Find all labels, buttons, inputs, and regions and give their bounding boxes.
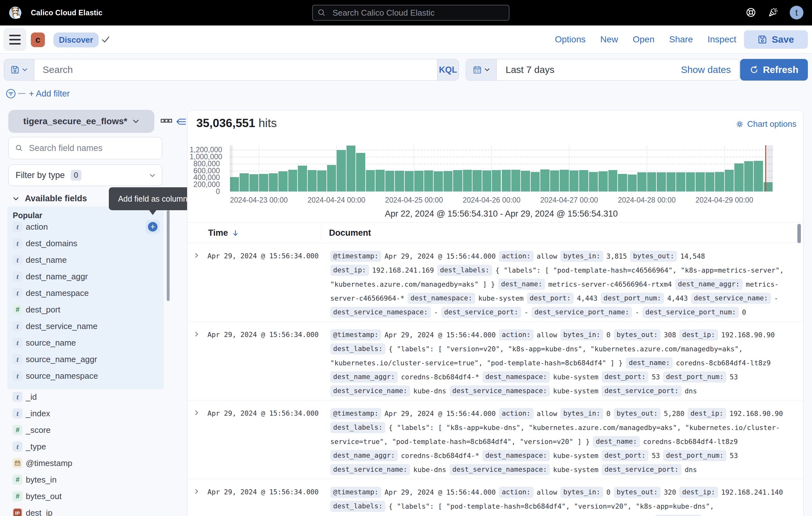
avatar[interactable]: t	[790, 6, 804, 20]
histogram-bar[interactable]	[347, 145, 355, 191]
available-fields-header[interactable]: Available fields	[13, 194, 87, 203]
field-item-dest_namespace[interactable]: tdest_namespace	[0, 285, 164, 301]
expand-row-icon[interactable]	[194, 331, 200, 337]
histogram-bar[interactable]	[647, 172, 656, 191]
histogram-bar[interactable]	[715, 172, 724, 191]
document-column-header[interactable]: Document	[329, 223, 371, 243]
histogram-bar[interactable]	[414, 171, 423, 191]
histogram-bar[interactable]	[308, 170, 317, 191]
histogram-bar[interactable]	[250, 174, 258, 191]
histogram-bar[interactable]	[463, 170, 472, 191]
field-item-source_name[interactable]: tsource_name	[0, 334, 164, 351]
field-item-dest_port[interactable]: #dest_port	[0, 301, 164, 318]
histogram-bar[interactable]	[327, 165, 336, 191]
histogram-bar[interactable]	[337, 150, 346, 191]
open-link[interactable]: Open	[633, 34, 655, 45]
add-field-as-column-button[interactable]: +	[146, 220, 160, 234]
field-item-dest_service_name[interactable]: tdest_service_name	[0, 318, 164, 334]
histogram-bar[interactable]	[317, 170, 326, 191]
histogram-bar[interactable]	[657, 172, 666, 191]
histogram-bar[interactable]	[531, 172, 540, 191]
histogram-bar[interactable]	[560, 170, 569, 191]
histogram-bar[interactable]	[395, 171, 404, 191]
histogram-bar[interactable]	[385, 171, 394, 191]
add-filter-button[interactable]: + Add filter	[29, 89, 70, 99]
histogram-bar[interactable]	[599, 171, 607, 191]
histogram-bar[interactable]	[705, 172, 714, 191]
time-range-value[interactable]: Last 7 days	[497, 59, 681, 80]
histogram-bar[interactable]	[511, 170, 520, 191]
party-popper-icon[interactable]	[768, 7, 778, 17]
histogram-bar[interactable]	[676, 172, 685, 191]
field-item-bytes_out[interactable]: #bytes_out	[0, 488, 164, 505]
field-item-dest_name_aggr[interactable]: tdest_name_aggr	[0, 268, 164, 285]
field-item-bytes_in[interactable]: #bytes_in	[0, 471, 164, 488]
histogram-bar[interactable]	[259, 174, 268, 191]
saved-query-menu-button[interactable]	[4, 59, 34, 80]
inspect-link[interactable]: Inspect	[708, 34, 736, 45]
table-scrollbar[interactable]	[798, 224, 801, 243]
global-search-input[interactable]: Search Calico Cloud Elastic	[312, 5, 510, 21]
histogram-bar[interactable]	[754, 161, 763, 191]
index-pattern-switcher[interactable]: tigera_secure_ee_flows*	[8, 110, 154, 133]
refresh-button[interactable]: Refresh	[740, 59, 808, 81]
time-picker-calendar-button[interactable]	[466, 59, 497, 80]
field-item-_score[interactable]: #_score	[0, 422, 164, 438]
field-item-dest_name[interactable]: tdest_name	[0, 252, 164, 268]
histogram-bar[interactable]	[502, 170, 511, 191]
field-search-input[interactable]: Search field names	[8, 137, 162, 159]
histogram-bar[interactable]	[482, 170, 491, 191]
field-item-_id[interactable]: t_id	[0, 388, 164, 405]
field-item-action[interactable]: taction	[0, 218, 164, 235]
calico-cat-logo[interactable]	[8, 6, 22, 20]
filter-icon[interactable]	[6, 88, 16, 99]
histogram-bar[interactable]	[540, 169, 549, 191]
field-item-source_namespace[interactable]: tsource_namespace	[0, 368, 164, 384]
histogram-bar[interactable]	[298, 166, 307, 191]
field-settings-icon[interactable]	[161, 118, 172, 123]
histogram-bar[interactable]	[589, 172, 598, 191]
expand-row-icon[interactable]	[194, 410, 200, 416]
histogram-bar[interactable]	[366, 170, 375, 191]
share-link[interactable]: Share	[669, 34, 693, 45]
histogram-bar[interactable]	[686, 172, 695, 191]
histogram-bar[interactable]	[424, 170, 433, 191]
histogram-bar[interactable]	[279, 171, 287, 191]
histogram-bar[interactable]	[269, 173, 278, 191]
histogram-bar[interactable]	[375, 170, 384, 191]
histogram-bar[interactable]	[405, 171, 414, 191]
filter-by-type-select[interactable]: Filter by type 0	[8, 164, 162, 186]
help-icon[interactable]	[746, 7, 756, 18]
histogram-bar[interactable]	[637, 172, 646, 191]
menu-icon[interactable]	[3, 28, 26, 51]
show-dates-button[interactable]: Show dates	[681, 59, 739, 80]
histogram-bar[interactable]	[608, 170, 617, 191]
histogram-bar[interactable]	[618, 174, 627, 191]
options-link[interactable]: Options	[555, 34, 586, 45]
field-item-@timestamp[interactable]: @timestamp	[0, 455, 164, 471]
histogram-bar[interactable]	[667, 172, 675, 191]
breadcrumb-discover[interactable]: Discover	[54, 32, 99, 48]
field-item-dest_domains[interactable]: tdest_domains	[0, 235, 164, 252]
histogram-bar[interactable]	[434, 171, 443, 191]
query-input[interactable]: Search	[34, 59, 437, 80]
new-link[interactable]: New	[600, 34, 618, 45]
sidebar-scrollbar[interactable]	[167, 210, 170, 301]
field-item-dest_ip[interactable]: IPdest_ip	[0, 505, 164, 516]
breadcrumb-space[interactable]: c	[31, 32, 45, 47]
histogram-bar[interactable]	[579, 170, 588, 191]
expand-row-icon[interactable]	[194, 488, 200, 495]
field-item-_type[interactable]: t_type	[0, 438, 164, 455]
histogram-bar[interactable]	[240, 173, 249, 191]
histogram-bar[interactable]	[472, 170, 482, 191]
time-column-header[interactable]: Time	[208, 223, 239, 243]
collapse-sidebar-icon[interactable]	[175, 116, 187, 128]
histogram-bar[interactable]	[734, 163, 743, 191]
histogram-bar[interactable]	[443, 171, 453, 191]
histogram-bar[interactable]	[492, 170, 501, 191]
field-item-source_name_aggr[interactable]: tsource_name_aggr	[0, 351, 164, 368]
histogram-bar[interactable]	[725, 170, 734, 191]
kql-button[interactable]: KQL	[437, 59, 459, 80]
save-button[interactable]: Save	[744, 30, 808, 49]
histogram-bar[interactable]	[696, 172, 704, 191]
